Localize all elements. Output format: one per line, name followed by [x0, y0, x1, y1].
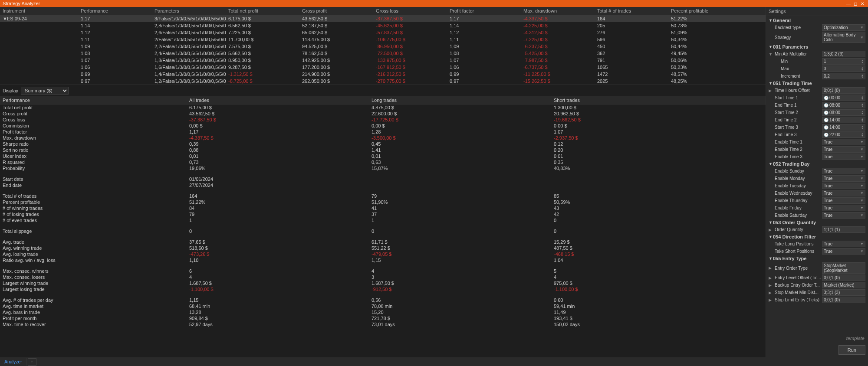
property-value[interactable]: 0;0;1 (0) — [822, 87, 865, 94]
col-total-trades[interactable]: Total # of trades — [595, 7, 668, 15]
tab-analyzer[interactable]: Analyzer — [0, 358, 27, 366]
perf-row: Max. consec. winners645 — [0, 268, 766, 274]
chevron-down-icon[interactable]: ▼ — [860, 213, 864, 217]
perf-row: Gross loss-37.387,50 $-17.725,00 $-19.66… — [0, 117, 766, 123]
chevron-down-icon[interactable]: ▼ — [860, 147, 864, 151]
property-value[interactable]: True▼ — [822, 241, 865, 247]
chevron-down-icon[interactable]: ▼ — [860, 155, 864, 159]
property-value[interactable]: True▼ — [822, 168, 865, 174]
property-value[interactable]: True▼ — [822, 205, 865, 211]
spinner[interactable]: ▲▼ — [861, 103, 864, 108]
property-value[interactable]: 🕐08:00▲▼ — [822, 102, 865, 108]
settings-category[interactable]: ▼General — [767, 17, 867, 24]
table-row[interactable]: 1,142,8/False/1/0/0/0,5/5/1/0/0/0,5/5/0/… — [0, 22, 766, 29]
spinner[interactable]: ▲▼ — [861, 111, 864, 115]
perf-row: Profit factor1,171,281,07 — [0, 129, 766, 135]
col-performance[interactable]: Performance — [78, 7, 152, 15]
col-max-drawdown[interactable]: Max. drawdown — [521, 7, 595, 15]
template-link[interactable]: template — [766, 334, 868, 343]
spinner[interactable]: ▲▼ — [861, 96, 864, 100]
chevron-down-icon[interactable]: ▼ — [860, 184, 864, 188]
property-value[interactable]: 1;3;0,2 (3) — [822, 51, 865, 57]
col-gross-loss[interactable]: Gross loss — [373, 7, 447, 15]
col-parameters[interactable]: Parameters — [152, 7, 226, 15]
property-value[interactable]: True▼ — [822, 248, 865, 255]
perf-col-all[interactable]: All trades — [187, 96, 369, 104]
property-value[interactable]: 1;1;1 (1) — [822, 226, 865, 233]
table-row[interactable]: 1,082,4/False/1/0/0/0,5/5/1/0/0/0,5/5/0/… — [0, 50, 766, 57]
spinner[interactable]: ▲▼ — [861, 74, 864, 78]
table-row[interactable]: 1,112/False/1/0/0/0,5/5/1/0/0/0,5/5/0/0,… — [0, 36, 766, 43]
spinner[interactable]: ▲▼ — [861, 59, 864, 64]
property-value[interactable]: 🕐14:00▲▼ — [822, 124, 865, 131]
spinner[interactable]: ▲▼ — [861, 67, 864, 71]
property-value[interactable]: 0;0;1 (0) — [822, 297, 865, 303]
minimize-icon[interactable]: — — [845, 0, 852, 7]
property-value[interactable]: 0,2▲▼ — [822, 73, 865, 79]
property-value[interactable]: True▼ — [822, 139, 865, 145]
property-value[interactable]: True▼ — [822, 212, 865, 219]
chevron-down-icon[interactable]: ▼ — [860, 249, 864, 253]
settings-property: Take Long PositionsTrue▼ — [767, 240, 867, 248]
settings-category[interactable]: ▼053 Order Quantity — [767, 219, 867, 226]
property-value[interactable]: StopMarket (StopMarket — [822, 262, 865, 274]
perf-col-long[interactable]: Long trades — [369, 96, 551, 104]
chevron-down-icon[interactable]: ▼ — [860, 169, 864, 173]
property-value[interactable]: True▼ — [822, 146, 865, 153]
settings-category[interactable]: ▼001 Parameters — [767, 43, 867, 50]
perf-row: Largest losing trade-1.100,00 $-912,50 $… — [0, 286, 766, 292]
property-value[interactable]: 🕐22:00▲▼ — [822, 131, 865, 138]
property-value[interactable]: True▼ — [822, 183, 865, 189]
chevron-down-icon[interactable]: ▼ — [860, 140, 864, 144]
spinner[interactable]: ▲▼ — [861, 125, 864, 130]
col-total-net-profit[interactable]: Total net profit — [226, 7, 299, 15]
property-value[interactable]: 🕐14:00▲▼ — [822, 117, 865, 123]
chevron-down-icon[interactable]: ▼ — [860, 36, 864, 39]
chevron-down-icon[interactable]: ▼ — [860, 242, 864, 246]
perf-col-label[interactable]: Performance — [0, 96, 187, 104]
col-gross-profit[interactable]: Gross profit — [299, 7, 373, 15]
property-value[interactable]: True▼ — [822, 197, 865, 204]
property-value[interactable]: 1▲▼ — [822, 58, 865, 65]
table-row[interactable]: 0,991,4/False/1/0/0/0,5/5/1/0/0/0,5/5/0/… — [0, 71, 766, 78]
close-icon[interactable]: ✕ — [859, 0, 865, 7]
settings-category[interactable]: ▼051 Trading Time — [767, 80, 867, 87]
settings-category[interactable]: ▼052 Trading Day — [767, 160, 867, 167]
table-row[interactable]: 1,071,8/False/1/0/0/0,5/5/1/0/0/0,5/5/0/… — [0, 57, 766, 64]
chevron-down-icon[interactable]: ▼ — [860, 176, 864, 180]
property-value[interactable]: True▼ — [822, 175, 865, 182]
settings-property: Enable FridayTrue▼ — [767, 204, 867, 212]
property-value[interactable]: 🕐08:00▲▼ — [822, 109, 865, 116]
table-row[interactable]: 1,061,6/False/1/0/0/0,5/5/1/0/0/0,5/5/0/… — [0, 64, 766, 71]
spinner[interactable]: ▲▼ — [861, 133, 864, 137]
table-row[interactable]: ▼ES 09-241,173/False/1/0/0/0,5/5/1/0/0/0… — [0, 15, 766, 22]
run-button[interactable]: Run — [838, 345, 865, 355]
chevron-down-icon[interactable]: ▼ — [860, 199, 864, 203]
property-value[interactable]: 🕐00:00▲▼ — [822, 95, 865, 101]
chevron-down-icon[interactable]: ▼ — [860, 191, 864, 195]
property-value[interactable]: Optimization▼ — [822, 24, 865, 31]
col-instrument[interactable]: Instrument — [0, 7, 78, 15]
table-row[interactable]: 1,122,6/False/1/0/0/0,5/5/1/0/0/0,5/5/0/… — [0, 29, 766, 36]
property-value[interactable]: 0;0;1 (0) — [822, 274, 865, 281]
chevron-down-icon[interactable]: ▼ — [860, 206, 864, 210]
property-value[interactable]: 3▲▼ — [822, 65, 865, 72]
settings-category[interactable]: ▼054 Direction Filter — [767, 233, 867, 240]
maximize-icon[interactable]: ◻ — [852, 0, 858, 7]
display-select[interactable]: Summary ($) — [21, 87, 69, 95]
property-value[interactable]: Alternating Body Colo▼ — [822, 32, 865, 43]
table-row[interactable]: 0,971,2/False/1/0/0/0,5/5/1/0/0/0,5/5/0/… — [0, 78, 766, 85]
property-value[interactable]: Market (Market) — [822, 282, 865, 288]
spinner[interactable]: ▲▼ — [861, 118, 864, 122]
chevron-down-icon[interactable]: ▼ — [860, 26, 864, 29]
settings-category[interactable]: ▼055 Entry Type — [767, 255, 867, 262]
add-tab-button[interactable]: + — [28, 358, 36, 366]
col-percent-profitable[interactable]: Percent profitable — [668, 7, 742, 15]
property-value[interactable]: True▼ — [822, 154, 865, 160]
property-value[interactable]: True▼ — [822, 190, 865, 196]
property-value[interactable]: 3;3;1 (3) — [822, 289, 865, 296]
col-profit-factor[interactable]: Profit factor — [447, 7, 521, 15]
perf-col-short[interactable]: Short trades — [551, 96, 733, 104]
table-row[interactable]: 1,092,2/False/1/0/0/0,5/5/1/0/0/0,5/5/0/… — [0, 43, 766, 50]
window-controls: — ◻ ✕ — [845, 0, 865, 7]
